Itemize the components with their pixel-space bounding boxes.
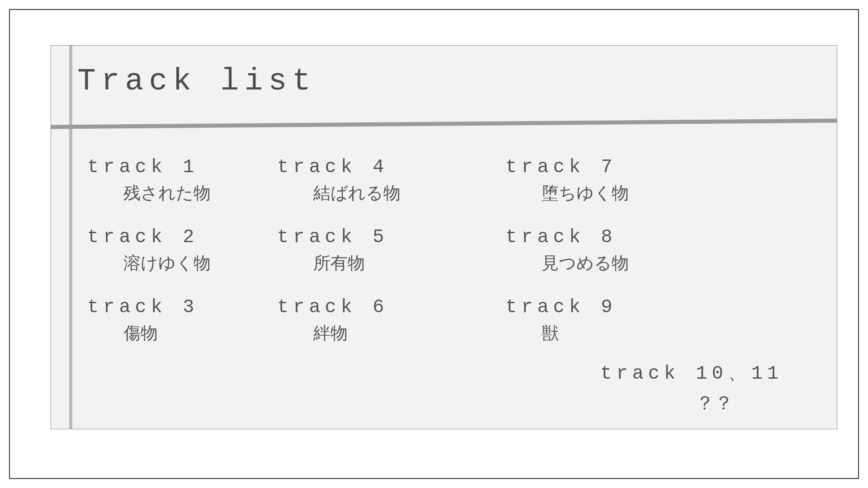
- track-label: track 7: [505, 156, 629, 178]
- track-label: track 3: [87, 296, 211, 318]
- track-item: track 6 絆物: [277, 296, 401, 345]
- track-extra-name: ？？: [695, 390, 783, 416]
- track-label: track 4: [277, 156, 401, 178]
- track-item: track 9 獣: [505, 296, 629, 345]
- track-item: track 3 傷物: [87, 296, 211, 345]
- track-name: 残された物: [123, 182, 211, 205]
- track-name: 獣: [542, 322, 629, 345]
- track-extra: track 10、11 ？？: [600, 360, 783, 416]
- track-item: track 7 堕ちゆく物: [505, 156, 629, 205]
- track-item: track 4 結ばれる物: [277, 156, 401, 205]
- track-extra-label: track 10、11: [600, 360, 783, 385]
- track-name: 見つめる物: [542, 252, 629, 275]
- track-column-3: track 7 堕ちゆく物 track 8 見つめる物 track 9 獣: [505, 156, 629, 366]
- track-name: 傷物: [123, 322, 211, 345]
- svg-line-0: [51, 121, 837, 127]
- track-item: track 2 溶けゆく物: [87, 226, 211, 275]
- content-panel: Track list track 1 残された物 track 2 溶けゆく物 t…: [51, 45, 837, 429]
- track-item: track 5 所有物: [277, 226, 401, 275]
- track-item: track 1 残された物: [87, 156, 211, 205]
- slide-frame: Track list track 1 残された物 track 2 溶けゆく物 t…: [9, 9, 859, 479]
- tracks-container: track 1 残された物 track 2 溶けゆく物 track 3 傷物 t…: [51, 156, 837, 429]
- track-name: 溶けゆく物: [123, 252, 211, 275]
- page-title: Track list: [77, 64, 316, 99]
- track-name: 堕ちゆく物: [542, 182, 629, 205]
- track-label: track 8: [505, 226, 629, 248]
- track-label: track 1: [87, 156, 211, 178]
- track-label: track 9: [505, 296, 629, 318]
- track-name: 所有物: [313, 252, 401, 275]
- track-name: 結ばれる物: [313, 182, 401, 205]
- track-column-1: track 1 残された物 track 2 溶けゆく物 track 3 傷物: [87, 156, 211, 366]
- horizontal-divider: [51, 117, 837, 131]
- track-label: track 6: [277, 296, 401, 318]
- track-name: 絆物: [313, 322, 401, 345]
- track-item: track 8 見つめる物: [505, 226, 629, 275]
- track-label: track 2: [87, 226, 211, 248]
- track-label: track 5: [277, 226, 401, 248]
- track-column-2: track 4 結ばれる物 track 5 所有物 track 6 絆物: [277, 156, 401, 366]
